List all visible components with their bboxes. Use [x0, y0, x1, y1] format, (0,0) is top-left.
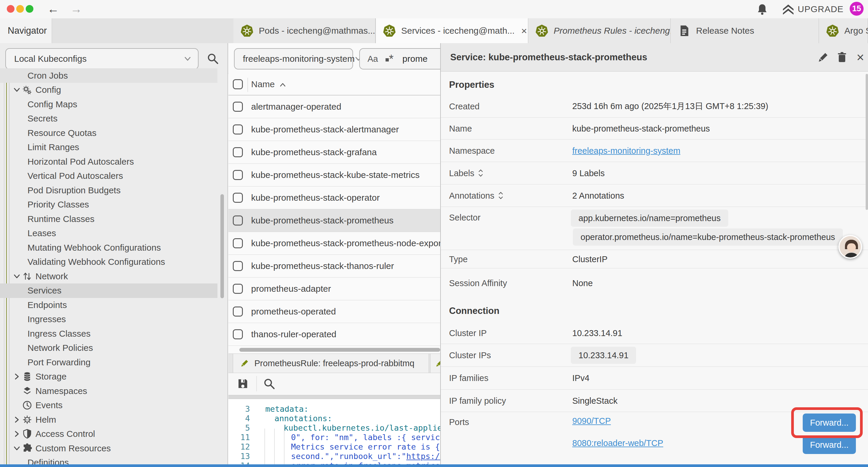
tab-release-notes[interactable]: Release Notes: [671, 18, 819, 43]
table-row-kube-prometheus-stack-grafana[interactable]: kube-prometheus-stack-grafana: [228, 141, 440, 164]
sidebar-item-network-policies[interactable]: Network Policies: [0, 341, 228, 355]
filter-search-input[interactable]: Aa * prome: [359, 48, 440, 69]
row-checkbox[interactable]: [233, 307, 243, 317]
select-all-checkbox[interactable]: [233, 79, 243, 89]
table-row-thanos-ruler-operated[interactable]: thanos-ruler-operated: [228, 323, 440, 346]
sidebar-scrollbar[interactable]: [220, 194, 224, 298]
sidebar-item-custom-resources[interactable]: Custom Resources: [0, 441, 228, 456]
port-link-9090-tcp[interactable]: 9090/TCP: [572, 416, 611, 426]
sort-toggle-icon[interactable]: [478, 169, 484, 177]
forward-button[interactable]: Forward...: [803, 436, 856, 454]
row-checkbox[interactable]: [233, 170, 243, 180]
sidebar-item-namespaces[interactable]: Namespaces: [0, 384, 228, 398]
sidebar-item-access-control[interactable]: Access Control: [0, 427, 228, 441]
chevron-right-icon[interactable]: [13, 430, 21, 438]
sidebar-item-helm[interactable]: HELMHelm: [0, 412, 228, 427]
editor-search-icon[interactable]: [262, 377, 276, 390]
regex-toggle[interactable]: *: [385, 54, 394, 63]
sidebar-item-cron-jobs[interactable]: Cron Jobs: [0, 68, 217, 83]
details-scrollbar[interactable]: [866, 74, 868, 210]
sidebar-item-validating-webhook-configurations[interactable]: Validating Webhook Configurations: [0, 255, 228, 269]
namespace-selector[interactable]: freeleaps-monitoring-system: [234, 48, 353, 69]
minimize-window-button[interactable]: [16, 5, 24, 13]
sidebar-item-leases[interactable]: Leases: [0, 226, 228, 241]
table-row-kube-prometheus-stack-prometheus[interactable]: kube-prometheus-stack-prometheus: [228, 209, 440, 232]
edit-pencil-icon[interactable]: [816, 51, 830, 64]
close-tab-icon[interactable]: ×: [521, 25, 527, 37]
sidebar-item-port-forwarding[interactable]: Port Forwarding: [0, 355, 228, 370]
sidebar-item-vertical-pod-autoscalers[interactable]: Vertical Pod Autoscalers: [0, 169, 228, 183]
sidebar-item-ingress-classes[interactable]: Ingress Classes: [0, 326, 228, 341]
chevron-down-icon[interactable]: [13, 272, 21, 280]
match-case-toggle[interactable]: Aa: [368, 54, 378, 64]
table-row-kube-prometheus-stack-alertmanager[interactable]: kube-prometheus-stack-alertmanager: [228, 118, 440, 141]
search-icon[interactable]: [206, 52, 219, 65]
sort-ascending-icon[interactable]: [279, 81, 286, 88]
row-checkbox[interactable]: [233, 124, 243, 135]
tab-services-icecheng-math[interactable]: Services - icecheng@math...×: [375, 18, 528, 43]
sidebar-item-services[interactable]: Services: [0, 284, 217, 298]
update-count-badge[interactable]: 15: [850, 2, 864, 16]
table-horizontal-scrollbar[interactable]: [239, 348, 440, 352]
sidebar-item-network[interactable]: Network: [0, 269, 228, 284]
avatar[interactable]: [838, 235, 862, 259]
table-row-kube-prometheus-stack-kube-state-metrics[interactable]: kube-prometheus-stack-kube-state-metrics: [228, 164, 440, 186]
editor-tab-partial[interactable]: [430, 354, 440, 373]
chevron-right-icon[interactable]: [13, 373, 21, 380]
back-icon[interactable]: ←: [47, 1, 59, 17]
row-checkbox[interactable]: [233, 102, 243, 112]
table-row-kube-prometheus-stack-operator[interactable]: kube-prometheus-stack-operator: [228, 186, 440, 209]
sort-toggle-icon[interactable]: [498, 192, 504, 200]
sidebar-item-storage[interactable]: Storage: [0, 370, 228, 384]
yaml-editor[interactable]: 3metadata:4annotations:5kubectl.kubernet…: [228, 399, 440, 464]
save-icon[interactable]: [236, 377, 249, 390]
sidebar-item-definitions[interactable]: Definitions: [0, 456, 228, 465]
sidebar-item-mutating-webhook-configurations[interactable]: Mutating Webhook Configurations: [0, 240, 228, 255]
sidebar-item-secrets[interactable]: Secrets: [0, 111, 228, 126]
port-link-8080-reloader-web-tcp[interactable]: 8080:reloader-web/TCP: [572, 438, 663, 448]
tab-prometheus-rules-icecheng[interactable]: Prometheus Rules - icecheng...: [528, 18, 671, 43]
sidebar-item-ingresses[interactable]: Ingresses: [0, 312, 228, 327]
row-checkbox[interactable]: [233, 238, 243, 248]
close-icon[interactable]: ×: [854, 51, 867, 64]
zoom-window-button[interactable]: [26, 5, 33, 13]
navigator-tab[interactable]: Navigator: [0, 18, 52, 43]
close-window-button[interactable]: [7, 5, 14, 13]
row-checkbox[interactable]: [233, 261, 243, 271]
table-row-prometheus-adapter[interactable]: prometheus-adapter: [228, 278, 440, 300]
row-checkbox[interactable]: [233, 329, 243, 339]
forward-icon[interactable]: →: [70, 1, 82, 17]
upgrade-label[interactable]: UPGRADE: [798, 4, 843, 14]
sidebar-item-config[interactable]: Config: [0, 83, 228, 97]
upgrade-icon[interactable]: [782, 3, 795, 16]
chevron-down-icon[interactable]: [13, 444, 21, 452]
sidebar-item-endpoints[interactable]: Endpoints: [0, 298, 228, 312]
table-row-prometheus-operated[interactable]: prometheus-operated: [228, 300, 440, 323]
sidebar-item-horizontal-pod-autoscalers[interactable]: Horizontal Pod Autoscalers: [0, 154, 228, 169]
code-url-link[interactable]: https://net: [406, 451, 440, 461]
sidebar-item-resource-quotas[interactable]: Resource Quotas: [0, 126, 228, 140]
namespace-link[interactable]: freeleaps-monitoring-system: [572, 146, 680, 155]
row-checkbox[interactable]: [233, 284, 243, 294]
delete-trash-icon[interactable]: [836, 51, 848, 64]
kubeconfig-selector[interactable]: Local Kubeconfigs: [5, 48, 198, 69]
table-row-kube-prometheus-stack-prometheus-node-ex[interactable]: kube-prometheus-stack-prometheus-node-ex…: [228, 232, 440, 255]
sidebar-item-pod-disruption-budgets[interactable]: Pod Disruption Budgets: [0, 183, 228, 198]
row-checkbox[interactable]: [233, 193, 243, 203]
sidebar-item-runtime-classes[interactable]: Runtime Classes: [0, 212, 228, 226]
table-row-alertmanager-operated[interactable]: alertmanager-operated: [228, 95, 440, 118]
row-checkbox[interactable]: [233, 147, 243, 157]
row-checkbox[interactable]: [233, 215, 243, 226]
name-column-header[interactable]: Name: [251, 79, 275, 89]
sidebar-item-priority-classes[interactable]: Priority Classes: [0, 198, 228, 212]
tab-pods-icecheng-mathmas[interactable]: Pods - icecheng@mathmas...: [234, 18, 375, 43]
notifications-bell-icon[interactable]: [756, 3, 769, 16]
sidebar-item-limit-ranges[interactable]: Limit Ranges: [0, 140, 228, 154]
chevron-right-icon[interactable]: [13, 416, 21, 424]
editor-tab-prometheusrule[interactable]: PrometheusRule: freeleaps-prod-rabbitmq: [233, 354, 429, 373]
tab-argo-se[interactable]: Argo Se: [819, 18, 868, 43]
sidebar-item-config-maps[interactable]: Config Maps: [0, 97, 228, 111]
sidebar-item-events[interactable]: Events: [0, 398, 228, 413]
chevron-down-icon[interactable]: [13, 86, 21, 94]
table-row-kube-prometheus-stack-thanos-ruler[interactable]: kube-prometheus-stack-thanos-ruler: [228, 255, 440, 278]
